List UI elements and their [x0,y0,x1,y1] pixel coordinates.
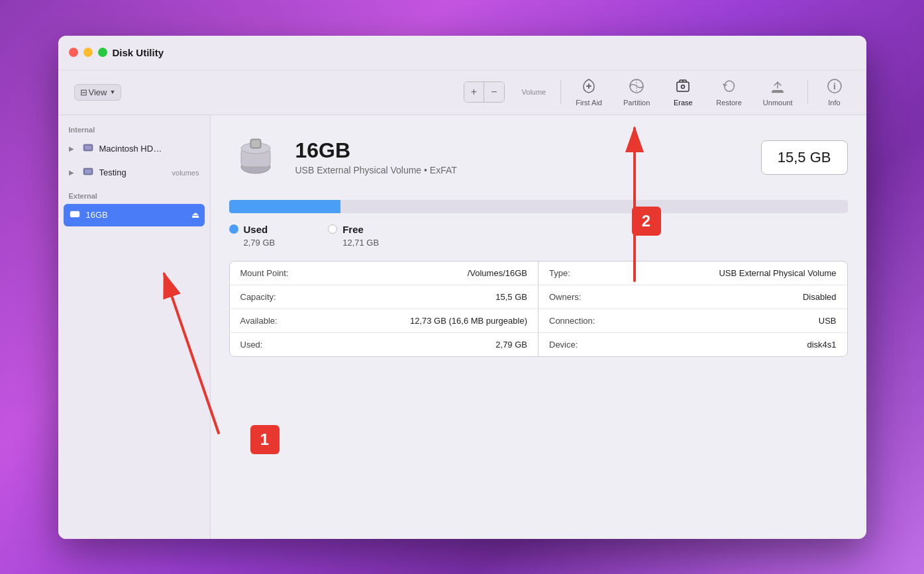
macintosh-hd-icon [82,142,94,156]
info-key: Connection: [549,316,595,326]
info-key: Capacity: [240,292,276,302]
chevron-down-icon: ▼ [109,89,115,95]
partition-button[interactable]: Partition [614,73,659,111]
svg-rect-8 [85,169,91,173]
info-row: Capacity:15,5 GB [230,285,539,309]
restore-icon [721,77,738,97]
free-dot [328,224,337,234]
external-label: External [64,192,205,204]
info-row: Used:2,79 GB [230,333,539,356]
sidebar-item-testing[interactable]: ▶ Testing volumes [64,162,205,184]
svg-text:i: i [833,81,836,91]
close-button[interactable] [69,48,78,57]
volume-text: Volume [522,88,546,96]
internal-label: Internal [64,126,205,138]
free-legend: Free 12,71 GB [328,224,379,248]
external-section: External 16GB ⏏ [64,192,205,226]
content-area: 16GB USB External Physical Volume • ExFA… [211,115,866,539]
usage-bar [229,200,848,213]
disk-name: 16GB [295,139,761,162]
info-row: Type:USB External Physical Volume [539,262,847,285]
info-row: Connection:USB [539,309,847,333]
used-value: 2,79 GB [229,238,276,248]
info-table-inner: Mount Point:/Volumes/16GBCapacity:15,5 G… [230,262,847,356]
unmount-button[interactable]: Unmount [754,73,802,111]
toolbar-actions: + − Volume First Aid [464,73,856,111]
used-label: Used [244,224,268,235]
erase-button[interactable]: Erase [662,73,704,111]
free-label: Free [342,224,364,235]
main-content: Internal ▶ Macintosh HD… ▶ [58,115,866,539]
volume-btn-group: + − [464,81,505,103]
info-row: Available:12,73 GB (16,6 MB purgeable) [230,309,539,333]
info-col-right: Type:USB External Physical VolumeOwners:… [539,262,847,356]
info-icon: i [826,77,843,97]
internal-section: Internal ▶ Macintosh HD… ▶ [64,126,205,184]
info-val: /Volumes/16GB [468,268,527,278]
toolbar-sep-1 [560,80,561,104]
erase-icon [674,77,692,97]
info-val: Disabled [803,292,837,302]
info-key: Mount Point: [240,268,289,278]
used-legend: Used 2,79 GB [229,224,276,248]
volume-label: Volume [513,84,556,100]
chevron-icon: ▶ [69,145,77,152]
svg-rect-15 [252,140,260,147]
info-table: Mount Point:/Volumes/16GBCapacity:15,5 G… [229,261,848,357]
titlebar: Disk Utility [58,36,866,70]
first-aid-label: First Aid [576,99,602,107]
svg-point-2 [682,85,685,89]
svg-rect-10 [72,213,78,216]
toolbar: ⊟ View ▼ + − Volume [58,70,866,115]
disk-header: 16GB USB External Physical Volume • ExFA… [229,131,848,184]
remove-volume-button[interactable]: − [484,82,503,102]
info-val: disk4s1 [807,340,836,350]
info-key: Owners: [549,292,581,302]
svg-rect-1 [677,82,689,91]
erase-label: Erase [674,99,693,107]
view-label: View [89,87,107,97]
info-row: Owners:Disabled [539,285,847,309]
toolbar-sep-2 [807,80,808,104]
restore-button[interactable]: Restore [707,73,751,111]
testing-sub: volumes [172,169,199,177]
annotation-badge-2: 2 [632,207,661,236]
16gb-label: 16GB [86,210,186,220]
minimize-button[interactable] [83,48,93,57]
disk-type: USB External Physical Volume • ExFAT [295,165,761,175]
info-val: 2,79 GB [495,340,527,350]
partition-icon [628,77,645,97]
disk-icon [232,134,280,181]
usage-legend: Used 2,79 GB Free 12,71 GB [229,224,848,248]
first-aid-button[interactable]: First Aid [566,73,611,111]
view-icon: ⊟ [80,87,87,97]
window-controls [69,48,107,57]
view-button[interactable]: ⊟ View ▼ [74,84,122,101]
testing-icon [82,166,94,180]
sidebar-item-macintosh-hd[interactable]: ▶ Macintosh HD… [64,138,205,160]
info-label: Info [828,99,840,107]
testing-label: Testing [99,167,167,177]
add-volume-button[interactable]: + [464,82,484,102]
info-button[interactable]: i Info [813,73,856,111]
info-val: 15,5 GB [495,292,527,302]
info-val: USB [819,316,837,326]
info-row: Device:disk4s1 [539,333,847,356]
macintosh-hd-label: Macintosh HD… [99,144,199,154]
16gb-icon [69,208,81,222]
disk-size-badge: 15,5 GB [761,140,848,175]
usage-section: Used 2,79 GB Free 12,71 GB [229,200,848,248]
sidebar-item-16gb[interactable]: 16GB ⏏ [64,204,205,226]
maximize-button[interactable] [98,48,107,57]
toolbar-left: ⊟ View ▼ [74,84,122,101]
eject-icon[interactable]: ⏏ [191,210,199,220]
annotation-badge-1: 1 [250,425,280,454]
info-key: Type: [549,268,570,278]
chevron-icon-2: ▶ [69,169,77,176]
free-value: 12,71 GB [328,238,379,248]
info-col-left: Mount Point:/Volumes/16GBCapacity:15,5 G… [230,262,539,356]
info-val: 12,73 GB (16,6 MB purgeable) [410,316,527,326]
unmount-label: Unmount [763,99,793,107]
app-title: Disk Utility [113,47,164,58]
info-val: USB External Physical Volume [719,268,836,278]
